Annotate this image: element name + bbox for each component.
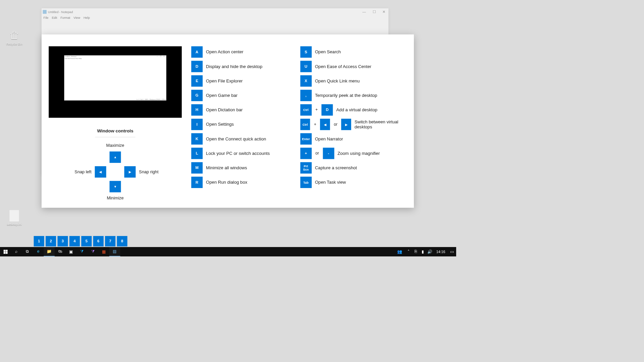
arrow-right-key: ▶ — [341, 119, 351, 130]
search-button[interactable]: ⌕ — [11, 247, 22, 256]
terminal-button[interactable]: ▣ — [65, 247, 76, 256]
shortcut-desc: Open Game bar — [206, 93, 237, 98]
shortcut-desc: Open Dictation bar — [206, 107, 243, 113]
arrow-right-key: ▶ — [124, 166, 136, 178]
number-hint-8: 8 — [117, 236, 127, 246]
shortcut-row: , Temporarily peek at the desktop — [300, 90, 409, 101]
menu-edit[interactable]: Edit — [52, 16, 57, 19]
battery-button[interactable]: ▮ — [419, 247, 426, 256]
close-icon[interactable]: ✕ — [382, 10, 385, 14]
number-hint-5: 5 — [81, 236, 92, 246]
shortcut-guide-overlay: — ☐ ✕ Untitled - Notepad File Edit Forma… — [42, 35, 414, 208]
key-G: G — [191, 90, 203, 101]
menu-view[interactable]: View — [73, 16, 80, 19]
shortcut-row-zoom: + or - Zoom using magnifier — [300, 148, 409, 159]
shortcut-row: X Open Quick Link menu — [300, 75, 409, 87]
shortcut-desc: Open Task view — [315, 180, 346, 185]
shortcut-desc: Open File Explorer — [206, 78, 243, 84]
volume-button[interactable]: 🔊 — [426, 247, 433, 256]
key-ctrl: Ctrl — [300, 104, 312, 116]
shortcut-desc: Add a virtual desktop — [336, 107, 377, 113]
shortcut-row: R Open Run dialog box — [191, 177, 300, 188]
wifi-button[interactable]: ⎘ — [412, 247, 419, 256]
store-icon: 🛍 — [58, 249, 62, 254]
number-hint-7: 7 — [105, 236, 115, 246]
shortcut-desc: Open Settings — [206, 122, 234, 127]
key-H: H — [191, 104, 203, 116]
terminal-icon: ▣ — [69, 249, 73, 254]
shortcut-desc: Open Action center — [206, 49, 243, 55]
minimize-label: Minimize — [107, 196, 123, 201]
number-hint-4: 4 — [69, 236, 80, 246]
edge-button[interactable]: e — [33, 247, 44, 256]
key-U: U — [300, 61, 312, 72]
start-button[interactable] — [0, 247, 11, 256]
taskbar[interactable]: ⌕ ⧉ e 📁 🛍 ▣ ⧩ ⧩ ▦ ▤ 👥 ˄ ⎘ ▮ 🔊 14:16 ▭ — [0, 247, 456, 256]
tray-chevron[interactable]: ˄ — [405, 247, 412, 256]
file-icon — [9, 210, 19, 222]
notepad-taskbar-icon: ▤ — [113, 249, 116, 254]
people-button[interactable]: 👥 — [394, 247, 405, 256]
snap-left-label: Snap left — [74, 169, 91, 174]
plus-joiner: + — [314, 122, 316, 127]
action-center-button[interactable]: ▭ — [448, 247, 456, 256]
people-icon: 👥 — [397, 249, 402, 254]
key-S: S — [300, 46, 312, 58]
menu-format[interactable]: Format — [60, 16, 70, 19]
or-joiner: or — [315, 151, 319, 156]
key-I: I — [191, 119, 203, 130]
store-button[interactable]: 🛍 — [55, 247, 66, 256]
shortcut-desc: Temporarily peek at the desktop — [315, 93, 377, 98]
visual-studio-icon: ⧩ — [91, 249, 95, 254]
wifi-icon: ⎘ — [415, 249, 417, 254]
powertoys-button[interactable]: ▦ — [98, 247, 109, 256]
overlay-left-panel: — ☐ ✕ Untitled - Notepad File Edit Forma… — [42, 35, 189, 208]
visual-studio-button[interactable]: ⧩ — [88, 247, 99, 256]
windows-logo-icon — [3, 250, 7, 254]
number-hint-1: 1 — [34, 236, 44, 246]
window-controls-grid: Maximize ▲ Snap left ◀ ▶ Snap right ▼ Mi… — [63, 143, 168, 200]
key-ctrl: Ctrl — [300, 119, 310, 130]
file-explorer-button[interactable]: 📁 — [44, 247, 55, 256]
key-enter: Enter — [300, 133, 312, 144]
notepad-title: Untitled - Notepad — [48, 10, 73, 14]
task-view-icon: ⧉ — [26, 249, 29, 254]
shortcut-desc: Open the Connect quick action — [206, 136, 266, 142]
key-minus: - — [323, 148, 334, 159]
key-E: E — [191, 75, 203, 87]
shortcut-desc: Minimize all windows — [206, 165, 247, 171]
key-R: R — [191, 177, 203, 188]
maximize-label: Maximize — [106, 143, 124, 148]
shortcut-row: M Minimize all windows — [191, 162, 300, 174]
battery-icon: ▮ — [422, 249, 424, 254]
recycle-bin-label: Recycle Bin — [6, 42, 22, 46]
notepad-menu: File Edit Format View Help — [42, 15, 388, 20]
key-X: X — [300, 75, 312, 87]
notepad-titlebar[interactable]: Untitled - Notepad — ☐ ✕ — [42, 8, 388, 15]
shortcut-row: L Lock your PC or switch accounts — [191, 148, 300, 159]
task-view-button[interactable]: ⧉ — [22, 247, 33, 256]
vscode-button[interactable]: ⧩ — [76, 247, 88, 256]
taskbar-number-hints: 12345678 — [34, 236, 127, 246]
key-L: L — [191, 148, 203, 159]
notification-icon: ▭ — [450, 249, 454, 254]
shortcut-desc: Lock your PC or switch accounts — [206, 151, 270, 156]
maximize-icon[interactable]: ☐ — [373, 10, 376, 14]
shortcut-desc: Capture a screenshot — [315, 165, 357, 171]
ini-label: desktop.ini — [7, 223, 21, 226]
desktop-icon-recycle-bin[interactable]: 🗑 Recycle Bin — [5, 30, 24, 46]
clock[interactable]: 14:16 — [433, 250, 448, 254]
key-M: M — [191, 162, 203, 174]
key-D: D — [191, 61, 203, 72]
desktop-icon-ini[interactable]: desktop.ini — [5, 210, 24, 226]
minimize-icon[interactable]: — — [362, 10, 366, 14]
window-controls-title: Window controls — [97, 128, 133, 134]
notepad-taskbar-button[interactable]: ▤ — [109, 247, 120, 256]
key-d: D — [322, 104, 333, 116]
edge-icon: e — [37, 249, 40, 254]
folder-icon: 📁 — [47, 249, 52, 254]
menu-file[interactable]: File — [44, 16, 49, 19]
shortcuts-column-1: A Open Action center D Display and hide … — [191, 46, 300, 200]
shortcuts-column-2: S Open Search U Open Ease of Access Cent… — [300, 46, 409, 200]
menu-help[interactable]: Help — [84, 16, 90, 19]
